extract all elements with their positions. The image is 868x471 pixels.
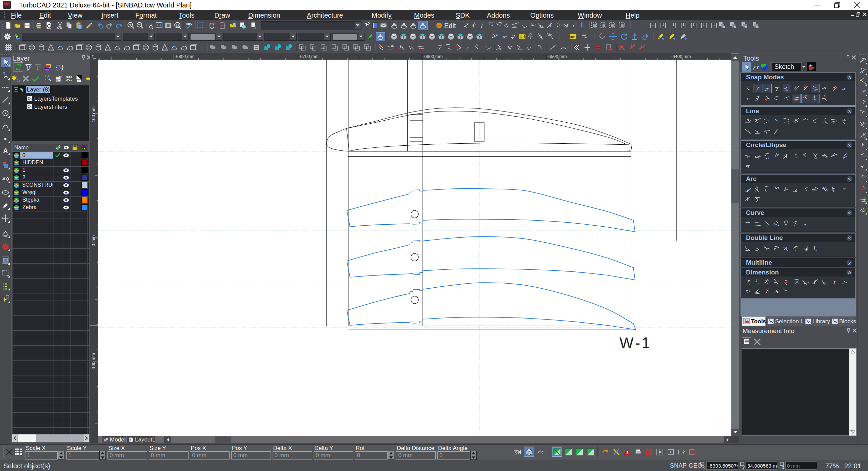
svg-text:ABC: ABC — [186, 22, 193, 25]
svg-text:}: } — [61, 64, 63, 70]
svg-text:s=1: s=1 — [520, 35, 526, 39]
svg-text:W - 1: W - 1 — [619, 334, 650, 351]
svg-text:pdf: pdf — [570, 35, 575, 38]
svg-text:1: 1 — [130, 438, 132, 442]
svg-text:3D: 3D — [2, 177, 7, 181]
svg-text:{: { — [56, 64, 58, 70]
svg-text:?: ? — [367, 21, 370, 26]
svg-text:A: A — [3, 147, 8, 155]
